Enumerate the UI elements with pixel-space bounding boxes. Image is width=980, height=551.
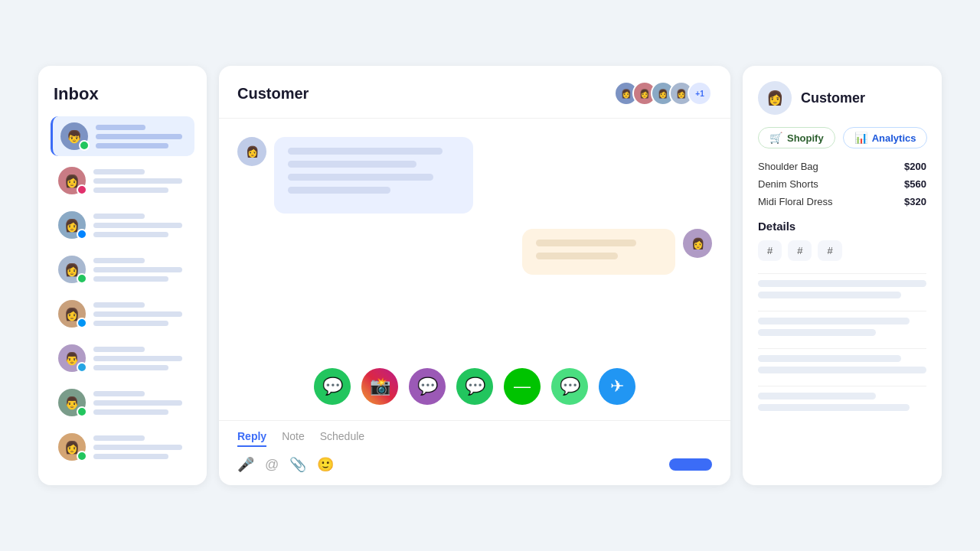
message-incoming: 👩 bbox=[237, 137, 712, 214]
platform-badge bbox=[77, 451, 87, 461]
detail-tag[interactable]: # bbox=[788, 240, 812, 261]
platform-badge bbox=[77, 406, 87, 417]
platform-badge bbox=[77, 229, 87, 240]
platform-badge bbox=[77, 318, 87, 328]
text-placeholder-line bbox=[93, 347, 145, 352]
text-placeholder-line bbox=[93, 311, 182, 317]
avatar-wrap: 👩 bbox=[58, 433, 86, 461]
customer-panel: 👩 Customer 🛒 Shopify 📊 Analytics Shoulde… bbox=[743, 66, 942, 485]
analytics-label: Analytics bbox=[872, 132, 916, 144]
platform-badge bbox=[77, 184, 87, 195]
inbox-title: Inbox bbox=[51, 84, 194, 104]
conversation-title: Customer bbox=[237, 85, 309, 103]
order-price: $560 bbox=[904, 178, 926, 190]
incoming-bubble bbox=[274, 137, 473, 214]
text-placeholder-line bbox=[93, 267, 182, 272]
text-placeholder-line bbox=[93, 391, 145, 396]
text-placeholder-line bbox=[93, 214, 145, 219]
channel-icon-instagram[interactable]: 📸 bbox=[361, 368, 398, 405]
customer-name: Customer bbox=[801, 90, 865, 106]
avatar-wrap: 👨 bbox=[58, 389, 86, 416]
inbox-text-lines bbox=[93, 169, 187, 193]
analytics-tab[interactable]: 📊 Analytics bbox=[843, 127, 928, 148]
customer-notes bbox=[758, 273, 926, 473]
customer-tabs: 🛒 Shopify 📊 Analytics bbox=[758, 127, 926, 148]
text-placeholder-line bbox=[93, 409, 168, 415]
inbox-text-lines bbox=[93, 302, 187, 326]
microphone-icon[interactable]: 🎤 bbox=[237, 456, 254, 473]
avatar-wrap: 👨 bbox=[58, 344, 86, 372]
inbox-item[interactable]: 👨 bbox=[51, 383, 194, 422]
emoji-icon[interactable]: 🙂 bbox=[317, 456, 334, 473]
inbox-item[interactable]: 👩 bbox=[51, 205, 194, 245]
order-item-name: Midi Floral Dress bbox=[758, 196, 833, 207]
inbox-item[interactable]: 👩 bbox=[51, 249, 194, 289]
text-placeholder-line bbox=[93, 454, 168, 459]
reply-tabs: Reply Note Schedule bbox=[237, 430, 712, 447]
inbox-item[interactable]: 👩 bbox=[51, 161, 194, 201]
inbox-item[interactable]: 👦 bbox=[51, 116, 194, 156]
text-placeholder-line bbox=[93, 187, 168, 193]
reply-bar: Reply Note Schedule 🎤 @ 📎 🙂 bbox=[219, 420, 730, 485]
text-placeholder-line bbox=[93, 445, 182, 450]
inbox-text-lines bbox=[96, 125, 187, 148]
sender-avatar: 👩 bbox=[237, 137, 266, 166]
platform-badge bbox=[79, 140, 90, 151]
text-placeholder-line bbox=[93, 302, 145, 308]
note-line bbox=[758, 404, 910, 411]
inbox-text-lines bbox=[93, 435, 187, 459]
note-line bbox=[758, 280, 926, 287]
inbox-item[interactable]: 👩 bbox=[51, 294, 194, 334]
text-placeholder-line bbox=[96, 143, 168, 148]
channel-icon-wechat[interactable]: 💬 bbox=[456, 368, 493, 405]
order-row: Midi Floral Dress$320 bbox=[758, 196, 926, 207]
text-placeholder-line bbox=[93, 223, 182, 228]
text-placeholder-line bbox=[96, 125, 145, 130]
channel-icon-messenger[interactable]: 💬 bbox=[409, 368, 446, 405]
send-button[interactable] bbox=[669, 458, 712, 471]
channel-icon-sms[interactable]: 💬 bbox=[551, 368, 588, 405]
mention-icon[interactable]: @ bbox=[265, 457, 279, 473]
detail-tag[interactable]: # bbox=[758, 240, 782, 261]
text-placeholder-line bbox=[93, 400, 182, 406]
avatar-wrap: 👩 bbox=[58, 256, 86, 283]
avatar-wrap: 👩 bbox=[58, 211, 86, 239]
attachment-icon[interactable]: 📎 bbox=[289, 456, 306, 473]
inbox-text-lines bbox=[93, 391, 187, 415]
detail-tag[interactable]: # bbox=[818, 240, 841, 261]
inbox-item[interactable]: 👩 bbox=[51, 427, 194, 467]
platform-badge bbox=[77, 273, 87, 284]
messages-area: 👩 👩 bbox=[219, 119, 730, 359]
details-title: Details bbox=[758, 220, 926, 233]
order-item-name: Shoulder Bag bbox=[758, 161, 818, 172]
tab-note[interactable]: Note bbox=[282, 430, 305, 447]
agent-avatar: 👩 bbox=[683, 229, 712, 258]
note-line bbox=[758, 292, 901, 298]
details-section: Details ### bbox=[758, 220, 926, 261]
note-block-4 bbox=[758, 386, 926, 417]
note-block-2 bbox=[758, 311, 926, 342]
message-outgoing: 👩 bbox=[237, 229, 712, 275]
avatar-group: 👩👩👩👩+1 bbox=[614, 81, 712, 106]
text-placeholder-line bbox=[93, 258, 145, 263]
order-row: Shoulder Bag$200 bbox=[758, 161, 926, 172]
shopify-label: Shopify bbox=[787, 132, 824, 144]
app-container: Inbox 👦👩👩👩👩👨👨👩 Customer 👩👩👩👩+1 👩 bbox=[38, 66, 942, 485]
channel-icon-line[interactable]: — bbox=[504, 368, 541, 405]
inbox-text-lines bbox=[93, 347, 187, 370]
shopify-tab[interactable]: 🛒 Shopify bbox=[758, 127, 835, 148]
avatar-wrap: 👦 bbox=[60, 122, 88, 150]
avatar-wrap: 👩 bbox=[58, 167, 86, 194]
channel-icon-telegram[interactable]: ✈ bbox=[599, 368, 635, 405]
inbox-item[interactable]: 👨 bbox=[51, 338, 194, 378]
details-tags: ### bbox=[758, 240, 926, 261]
channel-icon-whatsapp[interactable]: 💬 bbox=[314, 368, 351, 405]
shopify-icon: 🛒 bbox=[769, 132, 782, 144]
platform-badge bbox=[77, 362, 87, 373]
note-line bbox=[758, 329, 876, 336]
text-placeholder-line bbox=[93, 276, 168, 282]
text-placeholder-line bbox=[93, 356, 182, 361]
tab-reply[interactable]: Reply bbox=[237, 430, 266, 447]
tab-schedule[interactable]: Schedule bbox=[320, 430, 364, 447]
text-placeholder-line bbox=[96, 134, 182, 139]
